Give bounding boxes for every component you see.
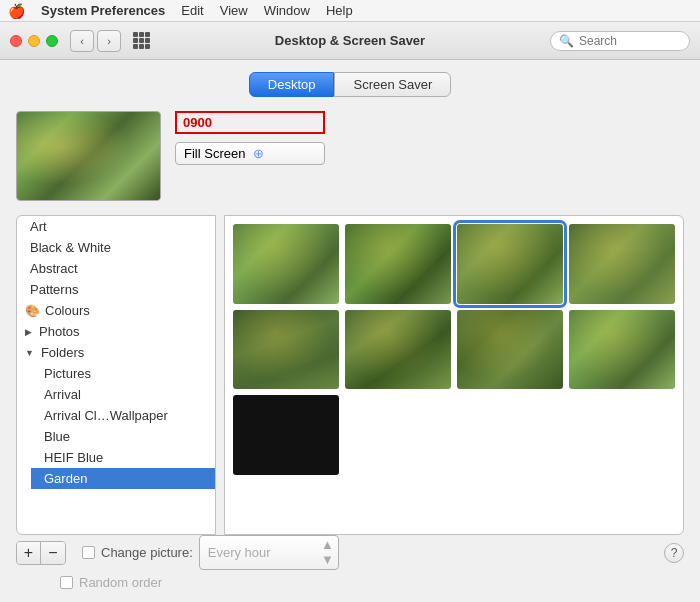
fill-mode-dropdown[interactable]: Fill Screen ⊕ bbox=[175, 142, 325, 165]
sidebar-label-folders: Folders bbox=[41, 345, 84, 360]
app-grid-button[interactable] bbox=[129, 30, 153, 52]
window-menu[interactable]: Window bbox=[264, 3, 310, 18]
forward-button[interactable]: › bbox=[97, 30, 121, 52]
sidebar-label-arrival-cl: Arrival Cl…Wallpaper bbox=[44, 408, 168, 423]
change-picture-label: Change picture: bbox=[101, 545, 193, 560]
sidebar-item-photos[interactable]: ▶ Photos bbox=[17, 321, 215, 342]
bottom-row-1: + − Change picture: Every hour ▲ ▼ ? bbox=[16, 535, 684, 570]
help-menu[interactable]: Help bbox=[326, 3, 353, 18]
menubar: 🍎 System Preferences Edit View Window He… bbox=[0, 0, 700, 22]
random-order-checkbox[interactable] bbox=[60, 576, 73, 589]
sidebar-item-pictures[interactable]: Pictures bbox=[31, 363, 215, 384]
search-box[interactable]: 🔍 bbox=[550, 31, 690, 51]
grid-image-9[interactable] bbox=[233, 395, 339, 475]
view-menu[interactable]: View bbox=[220, 3, 248, 18]
help-button[interactable]: ? bbox=[664, 543, 684, 563]
back-button[interactable]: ‹ bbox=[70, 30, 94, 52]
folders-disclosure-icon: ▼ bbox=[25, 348, 34, 358]
main-content: Desktop Screen Saver 0900 Fill Screen ⊕ … bbox=[0, 60, 700, 602]
sidebar-label-garden: Garden bbox=[44, 471, 87, 486]
folder-label: 0900 bbox=[175, 111, 325, 134]
grid-image-2[interactable] bbox=[345, 224, 451, 304]
grid-image-6[interactable] bbox=[345, 310, 451, 390]
remove-button[interactable]: − bbox=[41, 542, 65, 564]
add-remove-buttons: + − bbox=[16, 541, 66, 565]
traffic-lights bbox=[10, 35, 58, 47]
fill-mode-label: Fill Screen bbox=[184, 146, 249, 161]
image-grid bbox=[224, 215, 684, 535]
hour-dropdown[interactable]: Every hour ▲ ▼ bbox=[199, 535, 339, 570]
sidebar-item-folders[interactable]: ▼ Folders bbox=[17, 342, 215, 363]
sidebar-item-arrival-cl[interactable]: Arrival Cl…Wallpaper bbox=[31, 405, 215, 426]
titlebar: ‹ › Desktop & Screen Saver 🔍 bbox=[0, 22, 700, 60]
nav-buttons: ‹ › bbox=[70, 30, 121, 52]
preview-thumbnail bbox=[16, 111, 161, 201]
sidebar-label-patterns: Patterns bbox=[30, 282, 78, 297]
sidebar-label-heif-blue: HEIF Blue bbox=[44, 450, 103, 465]
top-area: 0900 Fill Screen ⊕ bbox=[16, 111, 684, 201]
grid-image-4[interactable] bbox=[569, 224, 675, 304]
grid-image-7[interactable] bbox=[457, 310, 563, 390]
tab-bar: Desktop Screen Saver bbox=[16, 72, 684, 97]
change-picture-wrap: Change picture: Every hour ▲ ▼ bbox=[82, 535, 339, 570]
sidebar-item-art[interactable]: Art bbox=[17, 216, 215, 237]
colours-icon: 🎨 bbox=[25, 304, 40, 318]
fullscreen-button[interactable] bbox=[46, 35, 58, 47]
sidebar-item-garden[interactable]: Garden bbox=[31, 468, 215, 489]
sidebar-label-art: Art bbox=[30, 219, 47, 234]
sidebar-label-abstract: Abstract bbox=[30, 261, 78, 276]
sidebar-label-blue: Blue bbox=[44, 429, 70, 444]
sidebar-label-black-white: Black & White bbox=[30, 240, 111, 255]
bottom-row-2: Random order bbox=[16, 575, 684, 590]
sidebar-label-photos: Photos bbox=[39, 324, 79, 339]
hour-label: Every hour bbox=[208, 545, 319, 560]
add-button[interactable]: + bbox=[17, 542, 41, 564]
tab-screen-saver[interactable]: Screen Saver bbox=[334, 72, 451, 97]
sidebar-label-colours: Colours bbox=[45, 303, 90, 318]
sidebar-item-blue[interactable]: Blue bbox=[31, 426, 215, 447]
photos-disclosure-icon: ▶ bbox=[25, 327, 32, 337]
sidebar-label-arrival: Arrival bbox=[44, 387, 81, 402]
grid-image-8[interactable] bbox=[569, 310, 675, 390]
sidebar-item-patterns[interactable]: Patterns bbox=[17, 279, 215, 300]
sidebar-item-heif-blue[interactable]: HEIF Blue bbox=[31, 447, 215, 468]
sidebar-label-pictures: Pictures bbox=[44, 366, 91, 381]
preview-info: 0900 Fill Screen ⊕ bbox=[175, 111, 325, 165]
sidebar-item-abstract[interactable]: Abstract bbox=[17, 258, 215, 279]
random-order-label: Random order bbox=[79, 575, 162, 590]
grid-icon bbox=[133, 32, 150, 49]
grid-image-5[interactable] bbox=[233, 310, 339, 390]
sidebar-item-arrival[interactable]: Arrival bbox=[31, 384, 215, 405]
window-title: Desktop & Screen Saver bbox=[275, 33, 425, 48]
sidebar-item-colours[interactable]: 🎨 Colours bbox=[17, 300, 215, 321]
grid-image-3[interactable] bbox=[457, 224, 563, 304]
preview-image bbox=[17, 112, 160, 200]
apple-menu[interactable]: 🍎 bbox=[8, 3, 25, 19]
bottom-controls: + − Change picture: Every hour ▲ ▼ ? Ran… bbox=[16, 535, 684, 590]
search-icon: 🔍 bbox=[559, 34, 574, 48]
search-input[interactable] bbox=[579, 34, 681, 48]
close-button[interactable] bbox=[10, 35, 22, 47]
folders-subsection: Pictures Arrival Arrival Cl…Wallpaper bbox=[17, 363, 215, 489]
sidebar-item-black-white[interactable]: Black & White bbox=[17, 237, 215, 258]
app-menu[interactable]: System Preferences bbox=[41, 3, 165, 18]
edit-menu[interactable]: Edit bbox=[181, 3, 203, 18]
hour-arrows-icon: ▲ ▼ bbox=[321, 538, 334, 567]
minimize-button[interactable] bbox=[28, 35, 40, 47]
sidebar: Art Black & White Abstract Patterns bbox=[16, 215, 216, 535]
grid-image-1[interactable] bbox=[233, 224, 339, 304]
tab-desktop[interactable]: Desktop bbox=[249, 72, 335, 97]
bottom-panel: Art Black & White Abstract Patterns bbox=[16, 215, 684, 535]
fill-dropdown-arrow: ⊕ bbox=[253, 146, 318, 161]
change-picture-checkbox[interactable] bbox=[82, 546, 95, 559]
